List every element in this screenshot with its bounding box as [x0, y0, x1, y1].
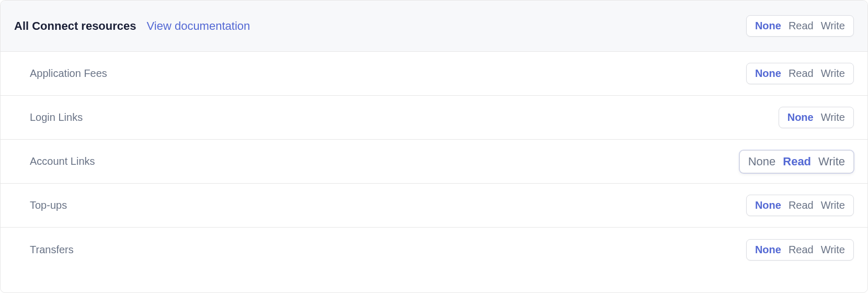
- row-2-read-option[interactable]: Read: [783, 155, 811, 168]
- row-0-write-option[interactable]: Write: [821, 67, 845, 80]
- permission-row-segmented: NoneReadWrite: [746, 239, 854, 261]
- permission-row-segmented: NoneReadWrite: [739, 150, 854, 173]
- row-4-read-option[interactable]: Read: [789, 244, 814, 256]
- row-3-read-option[interactable]: Read: [789, 199, 814, 211]
- permissions-header-row: All Connect resources View documentation…: [1, 1, 867, 52]
- row-4-none-option[interactable]: None: [755, 244, 781, 256]
- permission-row: Account LinksNoneReadWrite: [1, 140, 867, 184]
- header-write-option[interactable]: Write: [821, 20, 845, 32]
- permission-row-segmented: NoneWrite: [779, 107, 854, 128]
- permission-row-label: Account Links: [30, 155, 95, 167]
- permission-row-label: Transfers: [30, 244, 74, 256]
- row-3-none-option[interactable]: None: [755, 199, 781, 211]
- permission-row: Login LinksNoneWrite: [1, 96, 867, 140]
- row-0-none-option[interactable]: None: [755, 67, 781, 80]
- permission-row-label: Application Fees: [30, 67, 107, 80]
- header-none-option[interactable]: None: [755, 20, 781, 32]
- permissions-header-left: All Connect resources View documentation: [14, 19, 250, 33]
- row-1-none-option[interactable]: None: [787, 111, 814, 123]
- row-3-write-option[interactable]: Write: [821, 199, 845, 211]
- permission-row: Application FeesNoneReadWrite: [1, 52, 867, 96]
- permission-row-label: Login Links: [30, 111, 83, 123]
- permission-row: Top-upsNoneReadWrite: [1, 184, 867, 228]
- permissions-rows: Application FeesNoneReadWriteLogin Links…: [1, 52, 867, 272]
- permission-row-segmented: NoneReadWrite: [746, 195, 854, 216]
- permission-row: TransfersNoneReadWrite: [1, 228, 867, 272]
- row-0-read-option[interactable]: Read: [789, 67, 814, 80]
- header-read-option[interactable]: Read: [789, 20, 814, 32]
- permission-row-segmented: NoneReadWrite: [746, 63, 854, 84]
- row-2-none-option[interactable]: None: [748, 155, 776, 168]
- permissions-panel: All Connect resources View documentation…: [0, 0, 868, 293]
- row-2-write-option[interactable]: Write: [818, 155, 845, 168]
- view-documentation-link[interactable]: View documentation: [147, 19, 250, 33]
- permissions-header-title: All Connect resources: [14, 19, 136, 33]
- permissions-header-segmented: NoneReadWrite: [746, 15, 854, 37]
- row-4-write-option[interactable]: Write: [821, 244, 845, 256]
- row-1-write-option[interactable]: Write: [821, 111, 845, 123]
- permission-row-label: Top-ups: [30, 199, 67, 211]
